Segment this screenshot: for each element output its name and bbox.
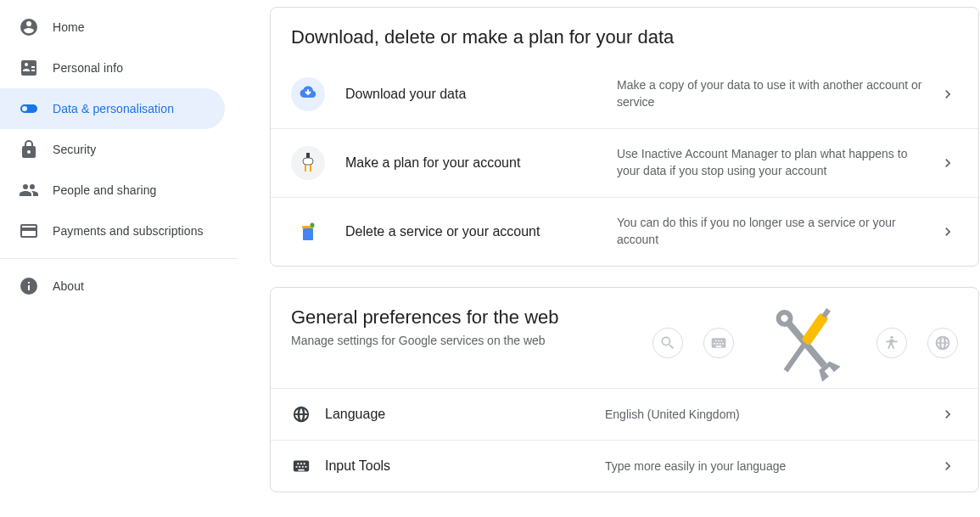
people-icon [19, 180, 39, 200]
main-content: Download, delete or make a plan for your… [238, 0, 980, 517]
row-delete-service[interactable]: Delete a service or your account You can… [271, 197, 978, 266]
row-account-plan[interactable]: Make a plan for your account Use Inactiv… [271, 128, 978, 197]
chevron-right-icon [938, 456, 958, 476]
chevron-right-icon [938, 222, 958, 242]
row-desc: Make a copy of your data to use it with … [617, 77, 938, 110]
lock-icon [19, 139, 39, 160]
keyboard-pref-icon [703, 328, 734, 358]
tools-illustration-icon [754, 296, 856, 390]
row-desc: Use Inactive Account Manager to plan wha… [617, 146, 938, 179]
sidebar-item-payments[interactable]: Payments and subscriptions [0, 211, 225, 251]
svg-rect-3 [305, 165, 306, 171]
row-language[interactable]: Language English (United Kingdom) [271, 388, 978, 440]
sidebar-label: Home [53, 20, 85, 34]
row-desc: You can do this if you no longer use a s… [617, 215, 938, 248]
svg-point-9 [311, 223, 315, 228]
preferences-illustration [652, 296, 958, 390]
payment-icon [19, 221, 39, 241]
sidebar-item-security[interactable]: Security [0, 129, 225, 170]
search-pref-icon [652, 328, 683, 358]
card-header: General preferences for the web Manage s… [271, 288, 978, 388]
sidebar-label: People and sharing [53, 183, 156, 197]
row-title: Input Tools [325, 458, 605, 474]
card-title: Download, delete or make a plan for your… [291, 26, 958, 48]
plug-icon [291, 146, 325, 180]
data-plan-card: Download, delete or make a plan for your… [270, 7, 979, 267]
account-circle-icon [19, 17, 39, 37]
personal-info-icon [19, 58, 39, 78]
sidebar-label: Personal info [53, 61, 123, 75]
sidebar-divider [0, 258, 238, 259]
sidebar-label: Payments and subscriptions [53, 224, 204, 238]
row-desc: English (United Kingdom) [605, 407, 938, 421]
row-title: Make a plan for your account [345, 155, 617, 171]
sidebar-item-about[interactable]: About [0, 266, 225, 306]
accessibility-pref-icon [876, 328, 907, 358]
keyboard-icon [291, 456, 311, 476]
row-title: Delete a service or your account [345, 224, 617, 239]
sidebar-item-people-sharing[interactable]: People and sharing [0, 170, 225, 211]
chevron-right-icon [938, 84, 958, 104]
svg-rect-2 [303, 158, 313, 165]
row-title: Download your data [345, 87, 617, 102]
sidebar-item-personal-info[interactable]: Personal info [0, 48, 225, 88]
info-icon [19, 276, 39, 296]
svg-rect-14 [784, 341, 808, 372]
sidebar-item-data-personalisation[interactable]: Data & personalisation [0, 88, 225, 129]
card-header: Download, delete or make a plan for your… [271, 8, 978, 60]
row-desc: Type more easily in your language [605, 459, 938, 473]
row-input-tools[interactable]: Input Tools Type more easily in your lan… [271, 440, 978, 492]
globe-pref-icon [927, 328, 958, 358]
general-preferences-card: General preferences for the web Manage s… [270, 287, 979, 492]
sidebar-item-home[interactable]: Home [0, 7, 225, 48]
svg-rect-7 [303, 228, 313, 240]
chevron-right-icon [938, 404, 958, 424]
row-download-data[interactable]: Download your data Make a copy of your d… [271, 60, 978, 128]
sidebar-label: Data & personalisation [53, 102, 174, 115]
toggle-icon [19, 98, 39, 119]
row-title: Language [325, 407, 605, 422]
cloud-download-icon [291, 77, 325, 111]
chevron-right-icon [938, 153, 958, 173]
trash-icon [291, 215, 325, 249]
sidebar-label: Security [53, 143, 96, 156]
svg-rect-4 [310, 165, 311, 171]
svg-rect-5 [306, 153, 310, 158]
svg-rect-13 [801, 312, 829, 346]
globe-icon [291, 404, 311, 424]
svg-point-16 [890, 336, 893, 339]
sidebar-label: About [53, 279, 84, 293]
sidebar: Home Personal info Data & personalisatio… [0, 0, 238, 517]
